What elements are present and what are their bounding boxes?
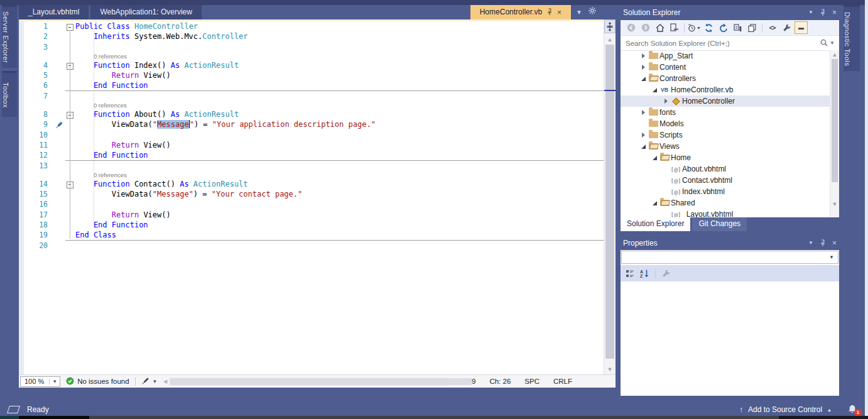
code-line-4[interactable]: 4Function Index() As ActionResult [19,60,604,70]
code-line-13[interactable]: 13 [19,161,604,171]
collapse-all-icon[interactable] [731,21,744,34]
code-line-2[interactable]: 2Inherits System.Web.Mvc.Controller [19,31,604,41]
back-icon[interactable] [624,21,637,34]
collapse-region-icon[interactable] [65,21,75,31]
scrollbar-thumb[interactable] [832,59,838,182]
preview-selected-icon[interactable]: ▬ [795,21,808,34]
scroll-up-icon[interactable]: ▲ [830,50,839,59]
code-line-15[interactable]: 15ViewData("Message") = "Your contact pa… [19,189,604,199]
sidebar-tab-toolbox[interactable]: Toolbox [2,71,17,117]
code-editor[interactable]: 1Public Class HomeController2Inherits Sy… [19,19,616,388]
tab-layout-vbhtml[interactable]: _Layout.vbhtml [19,5,89,19]
health-indicator[interactable]: No issues found [60,377,134,386]
close-icon[interactable]: × [832,9,837,16]
collapse-region-icon[interactable] [65,60,75,70]
tree-item-home[interactable]: Home [621,152,830,163]
search-icon[interactable] [820,39,828,48]
code-cleanup-button[interactable]: ▼ [136,377,163,386]
sync-icon[interactable] [702,21,715,34]
expand-arrow-icon[interactable] [639,110,647,115]
zoom-selector[interactable]: 100 % ▼ [20,376,60,387]
horizontal-scrollbar[interactable] [169,378,446,386]
code-line-19[interactable]: 19End Class [19,230,604,240]
hscroll-left-icon[interactable]: ◀ [163,378,168,384]
column-indicator[interactable]: Ch: 26 [482,378,518,385]
close-icon[interactable]: × [832,239,837,247]
scroll-up-icon[interactable]: ▲ [604,35,616,44]
line-ending-indicator[interactable]: CRLF [546,378,579,385]
tree-item-contact-vbhtml[interactable]: [@]Contact.vbhtml [621,175,830,186]
categorized-icon[interactable] [623,267,636,280]
solution-explorer-titlebar[interactable]: Solution Explorer ▼× [623,5,837,20]
wrench-gray-icon[interactable] [659,267,673,280]
chevron-down-icon[interactable]: ▼ [808,241,813,246]
scroll-down-icon[interactable]: ▼ [830,200,839,209]
tree-item-models[interactable]: Models [621,118,830,129]
collapse-arrow-icon[interactable] [651,201,658,205]
tab-git-changes[interactable]: Git Changes [692,217,747,231]
code-line-9[interactable]: 9ViewData("Message") = "Your application… [19,119,604,129]
expand-arrow-icon[interactable] [639,133,647,138]
notifications-button[interactable]: 1 [848,405,859,415]
split-window-handle[interactable] [604,19,616,33]
gear-icon[interactable] [585,5,599,19]
collapse-arrow-icon[interactable] [651,88,658,92]
close-icon[interactable]: × [557,9,561,16]
code-line-10[interactable]: 10 [19,130,604,140]
tree-vertical-scrollbar[interactable]: ▲ ▼ [830,50,839,217]
wrench-icon[interactable] [780,21,793,34]
tree-item--layout-vbhtml[interactable]: [@]_Layout.vbhtml [621,209,830,217]
tree-item-scripts[interactable]: Scripts [621,129,830,141]
code-icon[interactable]: <> [766,21,779,34]
tree-item-homecontroller-vb[interactable]: VBHomeController.vb [621,84,830,95]
home-icon[interactable] [653,21,666,34]
code-line-16[interactable]: 16 [19,199,604,209]
pin-icon[interactable] [820,9,826,16]
collapse-region-icon[interactable] [65,179,75,189]
search-input[interactable] [621,40,816,47]
collapse-arrow-icon[interactable] [639,77,647,81]
codelens-row[interactable]: 0 references [19,101,604,109]
code-line-14[interactable]: 14Function Contact() As ActionResult [19,179,604,189]
tree-item-views[interactable]: Views [621,141,830,152]
tree-item-homecontroller[interactable]: HomeController [621,95,830,107]
tree-item-index-vbhtml[interactable]: [@]Index.vbhtml [621,186,830,197]
pin-icon[interactable] [820,239,826,247]
pin-icon[interactable] [546,8,553,17]
solution-explorer-search[interactable]: ▼ [621,35,839,51]
code-line-5[interactable]: 5Return View() [19,70,604,80]
code-line-8[interactable]: 8Function About() As ActionResult [19,109,604,119]
chevron-up-icon[interactable]: ▲ [827,407,832,412]
tree-item-fonts[interactable]: fonts [621,107,830,118]
scrollbar-thumb[interactable] [605,45,614,359]
pending-changes-icon[interactable]: ▼ [688,21,701,34]
code-line-11[interactable]: 11Return View() [19,140,604,150]
tree-item-shared[interactable]: Shared [621,197,830,209]
code-line-17[interactable]: 17Return View() [19,210,604,220]
expand-arrow-icon[interactable] [639,53,647,58]
screwdriver-icon[interactable] [55,119,65,129]
chevron-down-icon[interactable]: ▼ [808,10,813,15]
hscroll-thumb[interactable] [170,378,472,385]
tree-item-content[interactable]: Content [621,62,830,73]
chevron-down-icon[interactable]: ▼ [573,5,585,19]
collapse-arrow-icon[interactable] [639,144,647,149]
sort-az-icon[interactable]: AZ [638,267,651,280]
code-line-18[interactable]: 18End Function [19,220,604,230]
sync-active-doc-icon[interactable] [668,21,681,34]
code-line-7[interactable]: 7 [19,91,604,101]
collapse-region-icon[interactable] [65,109,75,119]
add-to-source-control-button[interactable]: Add to Source Control [748,405,822,414]
scroll-down-icon[interactable]: ▼ [604,365,616,374]
code-area[interactable]: 1Public Class HomeController2Inherits Sy… [19,21,604,375]
forward-icon[interactable] [639,21,652,34]
code-line-12[interactable]: 12End Function [19,150,604,160]
codelens-row[interactable]: 0 references [19,171,604,179]
background-tasks-icon[interactable] [7,406,20,413]
tab-solution-explorer[interactable]: Solution Explorer [621,217,690,231]
collapse-arrow-icon[interactable] [651,156,658,160]
expand-arrow-icon[interactable] [639,65,647,70]
code-line-1[interactable]: 1Public Class HomeController [19,21,604,31]
tab-homecontroller-vb[interactable]: HomeController.vb × [470,5,571,19]
code-line-20[interactable]: 20 [19,241,604,251]
